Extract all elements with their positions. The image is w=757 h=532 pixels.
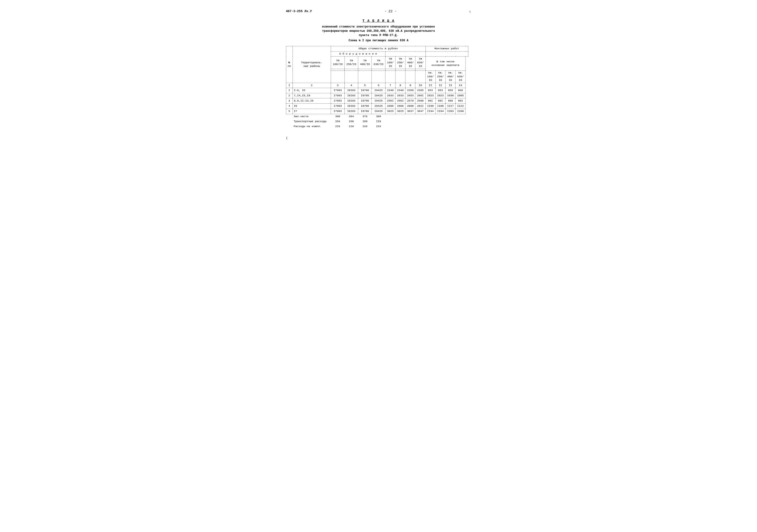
transport-v4: II8 [372, 119, 385, 124]
col-empty1 [331, 69, 345, 70]
row1-tm160: I7993 [331, 88, 345, 93]
zap-v2: 364 [345, 114, 358, 119]
col-montage-sub [385, 51, 425, 56]
col-n4: 4 [345, 83, 358, 88]
doc-number: 407-3-255 Лх.У [286, 10, 312, 13]
row4-tm400: I8796 [358, 104, 372, 109]
col-tm400-sal: ТМ-400/IO [445, 70, 455, 83]
row1-z630: 868 [456, 88, 466, 93]
col-tm160-sal: ТМ-160/IO [425, 70, 435, 83]
col-n7: 7 [385, 83, 395, 88]
row4-m630: 28II [415, 104, 425, 109]
table-row-zap: Зап.части 360 364 376 389 [286, 114, 471, 119]
raskhody-v2: 2I8 [345, 124, 358, 129]
raskhody-v3: 226 [358, 124, 372, 129]
col-n1: I [286, 83, 292, 88]
row3-m250: 256I [395, 98, 405, 104]
col-tm160-eq: ТМ160/IO [331, 56, 345, 69]
row2-tm250: I8I83 [345, 93, 358, 98]
row1-region: I–6, IO [292, 88, 331, 93]
col-empty7 [406, 69, 415, 70]
raskhody-label: Расходы на компл. [292, 124, 331, 129]
table-schema: Схема № I при питающих линиях 630 А [286, 39, 471, 42]
row2-m630: 266I [415, 93, 425, 98]
row5-m630: 3047 [415, 109, 425, 114]
row3-region: 8,9,II–I3,I9 [292, 98, 331, 104]
col-empty2 [345, 69, 358, 70]
row5-tm250: I8I83 [345, 109, 358, 114]
table-row: 5 I7 I7993 I8I83 I8796 I9425 30I5 30I5 3… [286, 109, 471, 114]
row4-m250: 2686 [395, 104, 405, 109]
page-number: - 22 - [312, 10, 469, 13]
row1-z250: 853 [435, 88, 445, 93]
table-row: 2 7,I4,I5,I8 I7993 I8I83 I9795 I9425 263… [286, 93, 471, 98]
row3-m400: 2579 [406, 98, 415, 104]
col-tm400-eq: ТМ400/IO [358, 56, 372, 69]
row2-tm160: I7993 [331, 93, 345, 98]
table-row: 3 8,9,II–I3,I9 I7993 I8I83 I8796 I9425 2… [286, 98, 471, 104]
row2-region: 7,I4,I5,I8 [292, 93, 331, 98]
table-row-raskhody: Расходы на компл. 2I6 2I8 226 233 [286, 124, 471, 129]
raskhody-v4: 233 [372, 124, 385, 129]
table-row: 4 I6 I7993 I8I83 I8796 I9425 2686 2686 2… [286, 104, 471, 109]
row5-m160: 30I5 [385, 109, 395, 114]
page-header: 407-3-255 Лх.У - 22 - ┐ [286, 10, 471, 13]
row4-tm160: I7993 [331, 104, 345, 109]
row5-tm630: I9425 [372, 109, 385, 114]
col-n10: IO [415, 83, 425, 88]
row2-z160: I023 [425, 93, 435, 98]
row5-tm160: I7993 [331, 109, 345, 114]
col-tm630-sal: ТМ-630/IO [456, 70, 466, 83]
row5-z400: I203 [445, 109, 455, 114]
row4-z160: II09 [425, 104, 435, 109]
row4-z630: II22 [456, 104, 466, 109]
transport-label: Транспортные расходы [292, 119, 331, 124]
col-salary-detail: В том числеосновная зарплата [425, 56, 466, 70]
col-numbers-row: I 2 3 4 5 6 7 8 9 IO II I2 I3 I4 [286, 83, 471, 88]
col-empty15 [406, 70, 415, 83]
row4-tm630: I9425 [372, 104, 385, 109]
col-tm630-m: ТМ630/IO [415, 56, 425, 69]
col-empty-last [468, 83, 471, 88]
col-montage-detail [425, 51, 468, 56]
col-tm160-m: ТМ160/IO [385, 56, 395, 69]
col-total-cost: Общая стоимость в рублях [331, 46, 425, 51]
row2-m400: 2653 [406, 93, 415, 98]
zap-v4: 389 [372, 114, 385, 119]
table-row-transport: Транспортные расходы IO4 IO6 IO9 II8 [286, 119, 471, 124]
col-empty5 [385, 69, 395, 70]
col-empty10 [345, 70, 358, 83]
col-empty12 [372, 70, 385, 83]
row1-num: I [286, 88, 292, 93]
table-row: I I–6, IO I7993 I8I83 I8796 I9425 2340 2… [286, 88, 471, 93]
row4-num: 4 [286, 104, 292, 109]
row1-z400: 859 [445, 88, 455, 93]
col-n11: II [425, 83, 435, 88]
row4-m400: 2800 [406, 104, 415, 109]
row3-z630: 992 [456, 98, 466, 104]
row3-tm160: I7993 [331, 98, 345, 104]
col-tm400-m: ТМ400/IO [406, 56, 415, 69]
row3-num: 3 [286, 98, 292, 104]
col-n2: 2 [292, 83, 331, 88]
row3-z250: 98I [435, 98, 445, 104]
col-montage: Монтажных работ [425, 46, 468, 51]
row1-tm630: I9425 [372, 88, 385, 93]
header-row-1: №пп Территориаль-ные районы Общая стоимо… [286, 46, 471, 51]
row5-m250: 30I5 [395, 109, 405, 114]
row2-z630: I085 [456, 93, 466, 98]
row2-m160: 2633 [385, 93, 395, 98]
row3-tm250: I8I83 [345, 98, 358, 104]
col-equipment: О б о р у д о в а н и е [331, 51, 385, 56]
col-tm250-sal: ТМ-250/IO [435, 70, 445, 83]
row5-tm400: I8796 [358, 109, 372, 114]
zap-v1: 360 [331, 114, 345, 119]
row1-tm400: I8796 [358, 88, 372, 93]
col-empty13 [385, 70, 395, 83]
table-title: Т А Б Л И Ц А [286, 19, 471, 23]
row3-z160: 98I [425, 98, 435, 104]
row4-m160: 2686 [385, 104, 395, 109]
col-empty3 [358, 69, 372, 70]
main-table: №пп Территориаль-ные районы Общая стоимо… [286, 46, 471, 129]
row1-m250: 2340 [395, 88, 405, 93]
